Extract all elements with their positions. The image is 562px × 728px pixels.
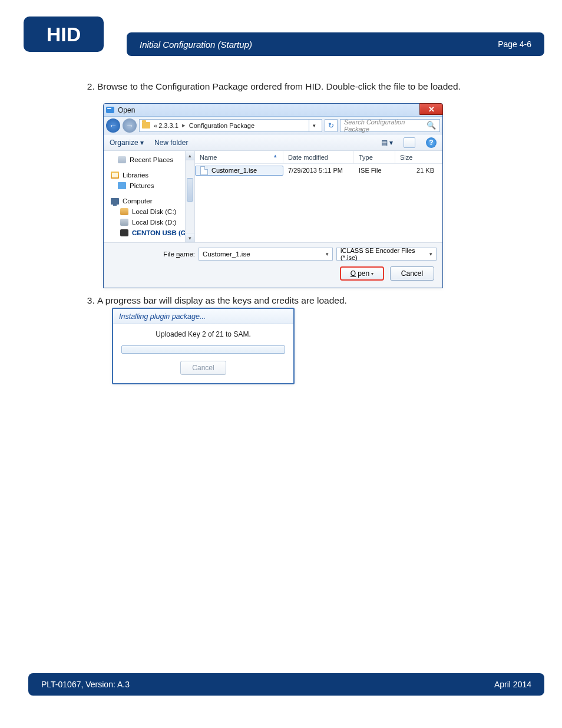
cancel-button[interactable]: Cancel — [390, 266, 434, 281]
chevron-down-icon[interactable]: ▾ — [425, 248, 436, 260]
file-icon — [200, 166, 208, 175]
file-row[interactable]: Customer_1.ise 7/29/2013 5:11 PM ISE Fil… — [195, 164, 442, 177]
footer-left: PLT-01067, Version: A.3 — [41, 680, 130, 689]
computer-icon — [111, 198, 119, 205]
chevron-right-icon: ▸ — [180, 121, 188, 129]
toolbar: Organize ▾ New folder ▤ ▾ ? — [104, 134, 442, 151]
views-button[interactable]: ▤ ▾ — [381, 139, 393, 147]
logo-text: HID — [47, 23, 81, 46]
filename-input[interactable]: Customer_1.ise ▾ — [199, 248, 333, 261]
back-button[interactable]: ← — [106, 118, 120, 133]
header-title: Initial Configuration (Startup) — [140, 39, 252, 50]
new-folder-button[interactable]: New folder — [154, 139, 188, 147]
chevron-down-icon[interactable]: ▾ — [322, 248, 332, 260]
col-size[interactable]: Size — [395, 151, 442, 163]
search-placeholder: Search Configuration Package — [344, 118, 427, 133]
crumb-prefix: « — [154, 122, 157, 129]
refresh-button[interactable]: ↻ — [325, 119, 338, 132]
file-name: Customer_1.ise — [211, 167, 257, 174]
step-2: Browse to the Configuration Package orde… — [97, 80, 538, 93]
folder-icon — [142, 122, 150, 129]
dialog-titlebar[interactable]: Open ✕ — [104, 104, 442, 117]
disk-icon — [120, 208, 128, 215]
sidebar-scrollbar[interactable] — [185, 160, 194, 233]
file-size: 21 KB — [395, 167, 442, 174]
sidebar-item-local-c[interactable]: Local Disk (C:) — [108, 206, 194, 217]
progress-dialog-screenshot: Installing plugin package... Uploaded Ke… — [112, 308, 295, 384]
search-input[interactable]: Search Configuration Package 🔍 — [340, 119, 440, 132]
column-headers: Name▴ Date modified Type Size — [195, 151, 442, 164]
sidebar-item-usb[interactable]: CENTON USB (G:) — [108, 228, 194, 238]
col-name[interactable]: Name▴ — [195, 151, 283, 163]
header-page: Page 4-6 — [498, 39, 531, 49]
sidebar-item-pictures[interactable]: Pictures — [108, 180, 194, 191]
sidebar-item-libraries[interactable]: Libraries — [108, 170, 194, 180]
libraries-icon — [111, 172, 119, 179]
crumb-1[interactable]: 2.3.3.1 — [158, 122, 178, 129]
open-button[interactable]: Open▾ — [340, 266, 384, 281]
progress-message: Uploaded Key 2 of 21 to SAM. — [121, 330, 285, 338]
help-button[interactable]: ? — [426, 137, 437, 148]
step-3: A progress bar will display as the keys … — [97, 294, 538, 307]
breadcrumb-dropdown[interactable]: ▾ — [309, 119, 319, 132]
nav-row: ← → « 2.3.3.1 ▸ Configuration Package ▾ … — [104, 117, 442, 134]
sidebar-scroll-down[interactable]: ▾ — [185, 233, 194, 242]
hid-logo: HID — [24, 17, 118, 58]
progress-bar — [121, 345, 285, 354]
col-type[interactable]: Type — [354, 151, 395, 163]
file-date: 7/29/2013 5:11 PM — [283, 167, 354, 174]
sidebar-scroll-up[interactable]: ▴ — [185, 151, 194, 160]
file-type: ISE File — [354, 167, 395, 174]
page-header: Initial Configuration (Startup) Page 4-6 — [127, 32, 544, 56]
sidebar-item-computer[interactable]: Computer — [108, 196, 194, 206]
open-dialog-screenshot: Open ✕ ← → « 2.3.3.1 ▸ Configuration Pac… — [103, 103, 443, 288]
progress-title: Installing plugin package... — [113, 309, 293, 324]
filename-label: File name: — [110, 251, 195, 258]
crumb-2[interactable]: Configuration Package — [189, 122, 254, 129]
disk-icon — [120, 219, 128, 226]
recent-icon — [118, 156, 126, 163]
progress-cancel-button[interactable]: Cancel — [180, 361, 226, 375]
footer-right: April 2014 — [494, 680, 531, 689]
col-date[interactable]: Date modified — [283, 151, 354, 163]
sort-asc-icon: ▴ — [274, 153, 277, 159]
dialog-bottom: File name: Customer_1.ise ▾ iCLASS SE En… — [104, 242, 442, 288]
file-pane: Name▴ Date modified Type Size Customer_1… — [195, 151, 442, 242]
app-icon — [106, 107, 114, 113]
dialog-title: Open — [118, 106, 135, 114]
sidebar-item-local-d[interactable]: Local Disk (D:) — [108, 217, 194, 228]
usb-icon — [120, 229, 128, 236]
page-footer: PLT-01067, Version: A.3 April 2014 — [28, 673, 544, 696]
organize-button[interactable]: Organize ▾ — [110, 139, 144, 147]
sidebar-item-recent[interactable]: Recent Places — [108, 154, 194, 165]
close-button[interactable]: ✕ — [419, 103, 443, 115]
pictures-icon — [118, 182, 126, 189]
preview-pane-button[interactable] — [404, 137, 415, 148]
search-icon: 🔍 — [427, 121, 436, 130]
filetype-select[interactable]: iCLASS SE Encoder Files (*.ise) ▾ — [336, 248, 437, 261]
nav-sidebar: ▴ ▾ Recent Places Libraries Pictures Com… — [104, 151, 195, 242]
breadcrumb[interactable]: « 2.3.3.1 ▸ Configuration Package ▾ — [139, 119, 322, 132]
forward-button[interactable]: → — [123, 118, 137, 133]
